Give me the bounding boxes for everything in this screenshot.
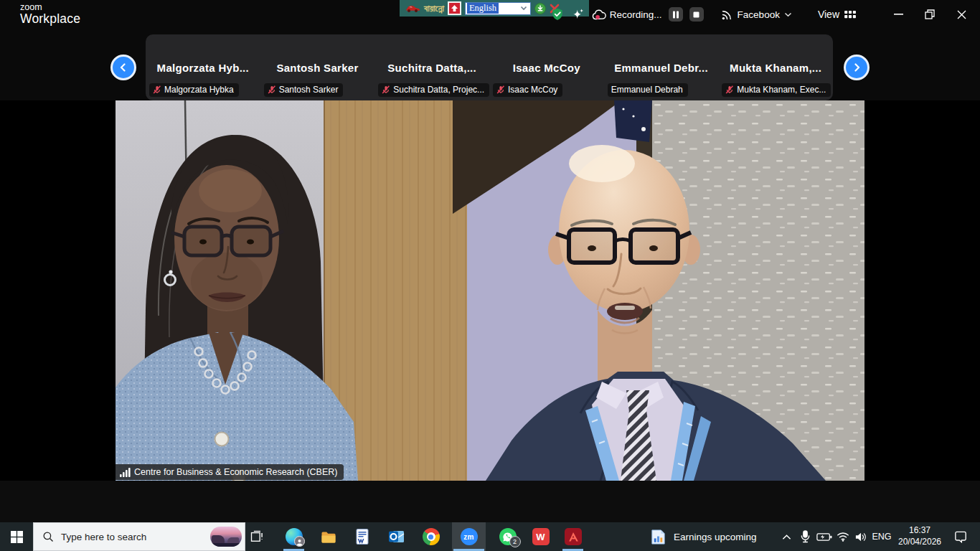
participant-label: Isaac McCoy [493,83,562,97]
avro-car-icon[interactable] [405,4,420,13]
tray-date: 20/04/2026 [898,537,941,548]
avro-language-value: English [467,3,499,14]
tray-wifi-icon[interactable] [834,522,852,551]
minimize-button[interactable] [882,0,914,29]
taskbar-search[interactable]: Type here to search [33,522,245,551]
news-widget[interactable]: Earnings upcoming [649,522,757,551]
participant-name: Isaac McCoy [513,62,580,74]
wps-taskbar-icon[interactable]: W [524,522,557,551]
search-placeholder: Type here to search [61,532,203,542]
meeting-status-cluster: Recording... Facebook View [550,0,857,29]
tray-chevron-up[interactable] [778,522,795,551]
participant-filmstrip-area: Malgorzata Hyb... Malgorzata Hybka Santo… [0,29,980,100]
zoom-workplace-logo: zoom Workplace [20,3,80,26]
file-explorer-taskbar-icon[interactable] [311,522,345,551]
mic-muted-icon [725,85,734,94]
participant-tile[interactable]: Emmanuel Debr... Emmanuel Debrah [604,34,719,100]
mic-muted-icon [496,85,505,94]
task-view-button[interactable] [240,522,273,551]
meeting-toolbar: Audio Video 15 Participants Chat React [0,481,980,522]
participant-tile[interactable]: Malgorzata Hyb... Malgorzata Hybka [146,34,260,100]
livestream-chevron-down-icon [784,12,792,17]
livestream-label: Facebook [738,9,780,20]
recording-cloud-icon [591,9,606,21]
file-explorer-icon [320,528,337,545]
view-grid-icon [844,10,857,19]
view-label: View [818,9,839,20]
wps-icon: W [532,528,550,545]
participant-label: Mukta Khanam, Exec... [722,83,831,97]
acrobat-taskbar-icon[interactable] [556,522,590,551]
avro-keyboard-icon[interactable] [448,1,461,15]
tray-language[interactable]: ENG [870,522,894,551]
participant-tile[interactable]: Suchitra Datta,... Suchitra Datta, Proje… [374,34,489,100]
participant-name: Suchitra Datta,... [387,62,476,74]
participant-label: Suchitra Datta, Projec... [378,83,489,97]
tray-battery-icon[interactable] [815,522,834,551]
mic-muted-icon [153,85,161,94]
tray-volume-icon[interactable] [852,522,870,551]
windows-taskbar: Type here to search [0,522,980,551]
windows-logo-icon [11,531,23,543]
search-highlight-image[interactable] [210,527,242,547]
broadcast-icon [721,9,733,21]
recording-label: Recording... [610,9,662,20]
mic-muted-icon [268,85,276,94]
outlook-taskbar-icon[interactable] [380,522,413,551]
participant-tile[interactable]: Santosh Sarker Santosh Sarker [260,34,375,100]
livestream-indicator[interactable]: Facebook [721,9,792,21]
participant-name: Santosh Sarker [276,62,358,74]
whatsapp-badge: 2 [509,536,521,547]
view-button[interactable]: View [818,9,857,20]
zoom-taskbar-icon[interactable]: zm [452,522,486,551]
participant-label: Emmanuel Debrah [608,83,688,97]
participant-filmstrip: Malgorzata Hyb... Malgorzata Hybka Santo… [146,34,833,100]
word-doc-taskbar-icon[interactable] [345,522,379,551]
active-speaker-video[interactable]: Centre for Business & Economic Research … [116,100,864,481]
participant-tile[interactable]: Isaac McCoy Isaac McCoy [489,34,604,100]
whatsapp-taskbar-icon[interactable]: 2 [491,522,524,551]
filmstrip-next-button[interactable] [844,55,870,80]
start-button[interactable] [0,522,33,551]
filmstrip-prev-button[interactable] [110,55,136,80]
chrome-taskbar-icon[interactable] [414,522,448,551]
video-scene [116,100,864,481]
participant-label: Malgorzata Hybka [149,83,239,97]
outlook-icon [388,528,405,545]
acrobat-icon [565,528,582,545]
restore-button[interactable] [914,0,946,29]
task-view-icon [250,529,264,544]
tray-mic-icon[interactable] [796,522,814,551]
zoom-meeting-window: zoom Workplace বায়ান্নো English [0,0,980,551]
pause-recording-button[interactable] [669,7,683,22]
edge-taskbar-icon[interactable] [277,522,311,551]
recording-indicator: Recording... [591,9,662,21]
participant-name: Emmanuel Debr... [614,62,708,74]
stop-recording-button[interactable] [689,7,704,22]
news-icon [649,528,667,546]
tray-time: 16:37 [898,525,941,537]
audio-signal-icon [120,467,131,477]
action-center-button[interactable] [948,522,973,551]
mic-muted-icon [382,85,390,94]
security-shield-icon[interactable] [550,7,565,22]
search-icon [42,531,54,542]
zoom-app-icon: zm [461,528,478,545]
participant-name: Mukta Khanam,... [730,62,821,74]
main-stage: Centre for Business & Economic Research … [0,100,980,481]
news-label: Earnings upcoming [674,532,757,542]
avro-download-button[interactable] [534,3,546,14]
participant-label: Santosh Sarker [264,83,344,97]
avro-bangla-label: বায়ান্নো [424,3,444,14]
participant-name: Malgorzata Hyb... [157,62,249,74]
chrome-icon [423,528,440,545]
word-document-icon [354,528,370,545]
tray-clock[interactable]: 16:37 20/04/2026 [894,522,946,551]
window-controls [882,0,977,29]
brand-workplace: Workplace [20,12,80,25]
avro-language-select[interactable]: English [465,2,531,15]
ai-sparkle-icon[interactable] [571,8,585,22]
close-button[interactable] [946,0,977,29]
participant-tile[interactable]: Mukta Khanam,... Mukta Khanam, Exec... [718,34,833,100]
combo-chevron-down-icon [520,6,527,11]
